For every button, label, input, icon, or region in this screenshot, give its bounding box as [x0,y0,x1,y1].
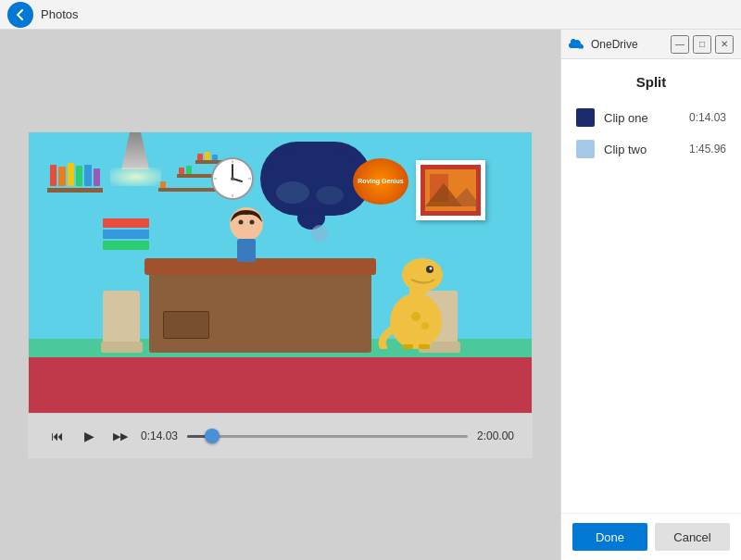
clip-one-name: Clip one [604,111,680,125]
progress-thumb[interactable] [205,429,220,443]
play-button[interactable]: ▶ [78,425,100,447]
done-button[interactable]: Done [572,523,647,551]
back-button[interactable] [7,2,33,28]
cancel-button[interactable]: Cancel [655,523,730,551]
clock [209,156,256,202]
video-area: Roving Genius [0,30,560,560]
scene: Roving Genius [29,132,532,413]
onedrive-title-bar: OneDrive — □ ✕ [561,30,741,59]
clip-one-duration: 0:14.03 [689,111,726,124]
desk-books [103,218,149,250]
panel-footer: Done Cancel [561,513,741,560]
svg-point-27 [250,220,255,225]
desk [149,269,371,353]
close-button[interactable]: ✕ [715,35,734,54]
svg-point-31 [402,258,443,292]
onedrive-icon [569,36,585,53]
chair-back-left [103,291,140,342]
clip-two-duration: 1:45.96 [689,143,726,156]
book-3 [68,163,74,186]
clip-item-one: Clip one 0:14.03 [576,108,726,127]
svg-rect-6 [179,168,184,174]
kid-character [223,205,270,274]
clip-two-name: Clip two [604,143,680,156]
onedrive-title-text: OneDrive [591,38,665,51]
shelf-left [47,160,103,194]
svg-rect-28 [237,239,256,262]
svg-point-19 [316,186,344,205]
book-2 [58,167,65,186]
panel-content: Split Clip one 0:14.03 Clip two 1:45.96 [561,59,741,513]
book-6 [94,168,100,187]
shelf-board [47,188,103,193]
maximize-button[interactable]: □ [693,35,711,54]
clip-two-color [576,140,595,158]
picture-frame [416,160,485,220]
fast-forward-button[interactable]: ▶▶ [109,425,132,447]
progress-track [187,435,468,438]
minimize-button[interactable]: — [671,35,689,54]
app-title: Photos [41,7,78,21]
logo-badge: Roving Genius [353,158,408,205]
shelf-books [47,160,103,188]
svg-rect-37 [419,344,430,349]
book-5 [84,165,91,186]
svg-rect-36 [402,344,413,349]
svg-point-33 [430,268,433,270]
progress-bar-container[interactable] [187,427,468,445]
video-controls: ⏮ ▶ ▶▶ 0:14.03 2:00.00 [28,414,533,458]
svg-point-34 [411,312,421,321]
main-layout: Roving Genius [0,30,741,560]
clip-one-color [576,108,595,127]
svg-point-26 [239,220,244,225]
book-4 [76,166,82,186]
current-time: 0:14.03 [141,429,178,442]
window-controls: — □ ✕ [671,35,734,54]
chair-left [98,291,144,353]
right-panel: OneDrive — □ ✕ Split Clip one 0:14.03 Cl… [560,30,741,560]
floor-red [29,357,532,413]
dinosaur-character [374,247,458,353]
svg-rect-7 [186,166,192,174]
svg-point-35 [421,322,429,330]
desk-drawer [163,311,209,339]
rewind-button[interactable]: ⏮ [46,425,69,447]
title-bar: Photos [0,0,741,30]
clip-item-two: Clip two 1:45.96 [576,140,726,158]
svg-point-18 [276,181,309,204]
svg-rect-3 [197,154,203,160]
svg-point-12 [231,177,234,180]
svg-rect-8 [160,181,166,188]
video-container: Roving Genius [28,131,533,414]
desk-book-3 [103,241,149,250]
chair-seat-left [101,342,143,353]
total-time: 2:00.00 [477,429,514,442]
desk-book-1 [103,218,149,228]
svg-point-17 [265,146,367,211]
panel-title: Split [576,74,726,90]
desk-book-2 [103,230,149,239]
book-1 [50,165,57,186]
